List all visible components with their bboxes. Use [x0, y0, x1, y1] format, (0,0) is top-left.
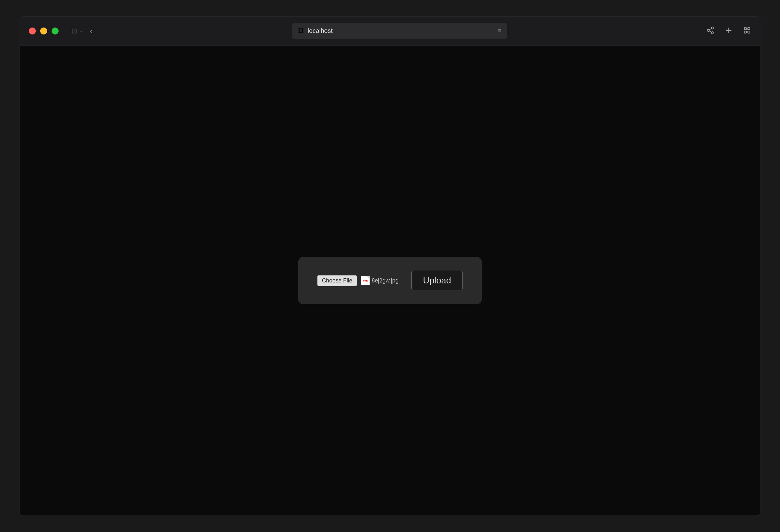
svg-rect-5 [748, 31, 750, 33]
maximize-button[interactable] [52, 28, 58, 35]
browser-window: ⊡ ⌄ ‹ 🖼 localhost ≡ [19, 16, 761, 516]
sidebar-icon: ⊡ [71, 27, 77, 35]
close-button[interactable] [29, 28, 36, 35]
minimize-button[interactable] [40, 28, 47, 35]
new-tab-button[interactable] [725, 26, 733, 36]
file-thumbnail: img [361, 276, 370, 285]
traffic-lights [29, 28, 58, 35]
toolbar-right [706, 26, 751, 36]
url-content: 🖼 localhost [298, 27, 333, 35]
svg-rect-4 [744, 31, 746, 33]
sidebar-toggle[interactable]: ⊡ ⌄ [71, 27, 83, 35]
upload-button[interactable]: Upload [411, 271, 463, 290]
url-bar[interactable]: 🖼 localhost ≡ [292, 23, 507, 39]
url-bar-container: 🖼 localhost ≡ [98, 23, 700, 39]
svg-rect-2 [744, 28, 746, 30]
favicon-icon: 🖼 [298, 28, 304, 35]
tabs-button[interactable] [743, 26, 751, 36]
upload-card: Choose File img 8ej2gw.jpg Upload [298, 257, 482, 304]
url-text: localhost [308, 27, 333, 35]
share-button[interactable] [706, 26, 715, 36]
file-icon: img 8ej2gw.jpg [361, 276, 398, 285]
file-name: 8ej2gw.jpg [372, 277, 398, 284]
page-content: Choose File img 8ej2gw.jpg Upload [20, 46, 760, 516]
choose-file-button[interactable]: Choose File [317, 275, 357, 286]
title-bar: ⊡ ⌄ ‹ 🖼 localhost ≡ [20, 16, 760, 46]
reader-icon[interactable]: ≡ [498, 28, 501, 34]
back-button[interactable]: ‹ [90, 27, 93, 35]
chevron-down-icon: ⌄ [79, 28, 83, 34]
file-input-area: Choose File img 8ej2gw.jpg [317, 275, 398, 286]
svg-rect-3 [748, 28, 750, 30]
